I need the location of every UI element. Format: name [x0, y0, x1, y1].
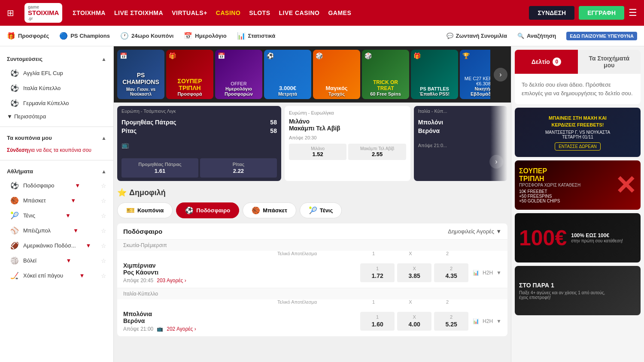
col-1: 1 [356, 251, 391, 256]
nav-promotions[interactable]: 🎁 Προσφορές [7, 32, 49, 40]
ice-hockey-icon: 🏒 [10, 272, 19, 280]
top-navigation: ⊞ game STOIXIMA .gr ΣΤΟΙΧΗΜΑ LIVE ΣΤΟΙΧΗ… [0, 0, 644, 26]
tab-football[interactable]: ⚽ Ποδόσφαιρο [176, 202, 239, 218]
nav-live-chat[interactable]: 💬 Ζωντανή Συνομιλία [447, 33, 507, 39]
carousel-card-ps-champions[interactable]: 📅 PSCHAMPIONS Μαν. Γιουν. vs Νιούκαστλ [117, 50, 164, 99]
odd-cell-1[interactable]: 1 1.72 [360, 263, 395, 282]
bet-slip-tab-deltio[interactable]: Δελτίο 0 [515, 50, 578, 74]
odd-button-team2[interactable]: Ρίτας 2.22 [200, 158, 277, 178]
match-next-button[interactable]: › [489, 155, 503, 169]
col-x: Χ [393, 299, 428, 305]
carousel-card-winner-week[interactable]: 🏆 ΜΕ C27 ΚΕΡΔΙΣΕ €6.308 Νικητής Εβδομάδα… [460, 50, 490, 99]
odd-cell-2[interactable]: 2 4.35 [434, 263, 468, 282]
shortcuts-header[interactable]: Συντομεύσεις ▲ [0, 52, 113, 66]
sidebar-item-volleyball[interactable]: 🏐 Βόλεϊ ▼ ☆ [0, 253, 113, 268]
odd-button-team1[interactable]: Προμηθέας Πάτρας 1.61 [122, 158, 198, 178]
nav-search[interactable]: 🔍 Αναζήτηση [517, 33, 556, 39]
login-button[interactable]: ΣΥΝΔΕΣΗ [529, 6, 574, 20]
tab-tennis[interactable]: 🎾 Τένις [300, 202, 342, 218]
nav-calendar[interactable]: 📅 Ημερολόγιο [184, 32, 226, 40]
match-league: Ιταλία - Κύπ... [414, 106, 507, 116]
carousel-card-magic-wheel[interactable]: 🎲 Μαγικός Τροχός [313, 50, 360, 99]
hamburger-icon[interactable]: ☰ [629, 7, 637, 18]
match-stats[interactable]: 📊 H2H ▼ [473, 318, 501, 324]
markets-link[interactable]: 203 Αγορές › [157, 278, 186, 284]
sports-section: Αθλήματα ▲ ⚽ Ποδόσφαιρο ▼ ☆ 🏀 Μπάσκετ ▼ … [0, 162, 113, 286]
sports-header[interactable]: Αθλήματα ▲ [0, 165, 113, 178]
carousel-card-super-triple[interactable]: 🎁 ΣΟΥΠΕΡ ΤΡΙΠΛΗ Προσφορά [166, 50, 213, 99]
odds-value: 3.85 [408, 272, 420, 279]
my-coupons-header[interactable]: Τα κουπόνια μου ▲ [0, 131, 113, 145]
nav-casino[interactable]: CASINO [216, 9, 240, 16]
promo-banner-triple[interactable]: ΣΟΥΠΕΡ ΤΡΙΠΛΗ ΠΡΟΣΦΟΡΑ ΧΩΡΙΣ ΚΑΤΑΘΕΣΗ 10… [515, 160, 641, 210]
nav-live-casino[interactable]: LIVE CASINO [279, 9, 319, 16]
nav-slots[interactable]: SLOTS [249, 9, 270, 16]
logo-area[interactable]: game STOIXIMA .gr [24, 3, 62, 22]
odd-cell-x[interactable]: Χ 3.85 [397, 263, 431, 282]
star-icon[interactable]: ☆ [101, 272, 106, 279]
sidebar-item-ice-hockey[interactable]: 🏒 Χόκεϊ επί πάγου ▼ ☆ [0, 268, 113, 283]
sidebar-item-italy-cup[interactable]: ⚽ Ιταλία Κύπελλο [0, 81, 113, 96]
star-icon[interactable]: ☆ [101, 242, 106, 249]
nav-ps-champions[interactable]: 🔵 PS Champions [59, 32, 110, 40]
star-icon[interactable]: ☆ [101, 227, 106, 234]
tab-basketball[interactable]: 🏀 Μπάσκετ [243, 202, 296, 218]
team2-name: Βερόνα [418, 127, 440, 134]
sidebar-login-link[interactable]: Σύνδεσηγια να δεις τα κουπόνια σου [0, 145, 113, 156]
star-icon[interactable]: ☆ [101, 182, 106, 189]
sidebar-item-baseball[interactable]: ⚾ Μπέιζμπολ ▼ ☆ [0, 223, 113, 238]
star-icon[interactable]: ☆ [101, 212, 106, 219]
odd-cell-team2[interactable]: Μακάμπι Τελ Αβίβ 2.55 [348, 144, 406, 160]
odd-value: 2.55 [350, 151, 404, 157]
sidebar-item-basketball[interactable]: 🏀 Μπάσκετ ▼ ☆ [0, 193, 113, 208]
odd-cell-2[interactable]: 2 5.25 [434, 312, 468, 331]
carousel-next-button[interactable]: › [494, 68, 507, 81]
nav-games[interactable]: GAMES [328, 9, 351, 16]
odd-cell-1[interactable]: 1 1.60 [360, 312, 395, 331]
odds-group: 1 1.72 Χ 3.85 2 4.35 [360, 263, 468, 282]
banner-cta[interactable]: ΕΝΤΑΣΣΕ ΔΩΡΕΑΝ [555, 142, 601, 151]
match-card-bolonia: Ιταλία - Κύπ... Μπολόνι Βερόνα Απόψε 21:… [414, 106, 507, 181]
carousel-card-cash[interactable]: ⚽ 3.000€ Μετρητά [264, 50, 311, 99]
market-selector[interactable]: Δημοφιλείς Αγορές ▼ [448, 228, 501, 235]
odds-header: Τελικό Αποτέλεσμα 1 Χ 2 [117, 299, 507, 306]
grid-icon[interactable]: ⊞ [7, 8, 14, 18]
match-time-info: Απόψε 21:00 📺 202 Αγορές › [123, 326, 356, 332]
odd-cell-team1[interactable]: Μιλάνο 1.52 [289, 144, 346, 160]
sidebar-item-germany-cup[interactable]: ⚽ Γερμανία Κύπελλο [0, 96, 113, 111]
promotions-carousel: 📅 PSCHAMPIONS Μαν. Γιουν. vs Νιούκαστλ 🎁… [114, 46, 511, 103]
promo-banner-100[interactable]: 100€ 100% ΕΩΣ 100€ στην πρώτη σου κατάθε… [515, 213, 641, 262]
star-icon[interactable]: ☆ [101, 197, 106, 204]
carousel-card-ps5[interactable]: 🎁 PS BATTLES Έπαθλο PS5! [411, 50, 458, 99]
carousel-card-free-spins[interactable]: 🎲 TRICK ORTREAT 60 Free Spins [362, 50, 409, 99]
markets-link[interactable]: 202 Αγορές › [167, 326, 196, 332]
sidebar-item-tennis[interactable]: 🎾 Τένις ▼ ☆ [0, 208, 113, 223]
promo-banner-ps-champions[interactable]: ΜΠΑΙΝΕΙΣ ΣΤΗ ΜΑΧΗ ΚΑΙΚΕΡΔΙΖΕΙΣ FREEBETS!… [515, 108, 641, 157]
col-2: 2 [430, 299, 465, 305]
nav-statistics[interactable]: 📊 Στατιστικά [237, 32, 276, 40]
tab-coupons[interactable]: 🎫 Κουπόνια [117, 202, 173, 218]
sidebar-item-football[interactable]: ⚽ Ποδόσφαιρο ▼ ☆ [0, 178, 113, 193]
sidebar-item-england-efl[interactable]: ⚽ Αγγλία EFL Cup [0, 66, 113, 81]
bet-slip-tab-my-bets[interactable]: Τα Στοιχήματά μου [578, 50, 641, 74]
sidebar-item-american-football[interactable]: 🏈 Αμερικάνικο Ποδόσ... ▼ ☆ [0, 238, 113, 253]
match-stats[interactable]: 📊 H2H ▼ [473, 270, 501, 276]
football-table: Ποδόσφαιρο Δημοφιλείς Αγορές ▼ Σκωτία-Πρ… [117, 223, 507, 336]
match-time: Απόψε 21:0... [418, 143, 447, 148]
bet-slip: Δελτίο 0 Τα Στοιχήματά μου Το δελτίο σου… [515, 50, 641, 104]
promo-banner-para1[interactable]: ΣΤΟ ΠΑΡΑ 1 Παίξε 4+ αγώνες και αν χάσεις… [515, 266, 641, 315]
carousel-card-offers-calendar[interactable]: 📅 OFFER Ημερολόγιο Προσφορών [215, 50, 262, 99]
nav-live-stoixima[interactable]: LIVE ΣΤΟΙΧΗΜΑ [114, 9, 163, 16]
shortcuts-more[interactable]: ▼ Περισσότερα [0, 111, 113, 122]
star-icon[interactable]: ☆ [101, 257, 106, 264]
nav-24h-coupon[interactable]: 🕐 24ωρο Κουπόνι [120, 32, 173, 40]
team1-name: Μπολόνια [123, 311, 356, 317]
register-button[interactable]: ΕΓΓΡΑΦΗ [579, 6, 624, 20]
sport-table-title: Ποδόσφαιρο [123, 228, 162, 235]
odd-cell-x[interactable]: Χ 4.00 [397, 312, 431, 331]
chevron-down-icon: ▼ [79, 272, 85, 279]
star-icon: ⭐ [117, 188, 127, 197]
nav-stoixima[interactable]: ΣΤΟΙΧΗΜΑ [73, 9, 106, 16]
carousel-items-container: 📅 PSCHAMPIONS Μαν. Γιουν. vs Νιούκαστλ 🎁… [114, 46, 490, 103]
nav-virtuals[interactable]: VIRTUALS+ [172, 9, 207, 16]
